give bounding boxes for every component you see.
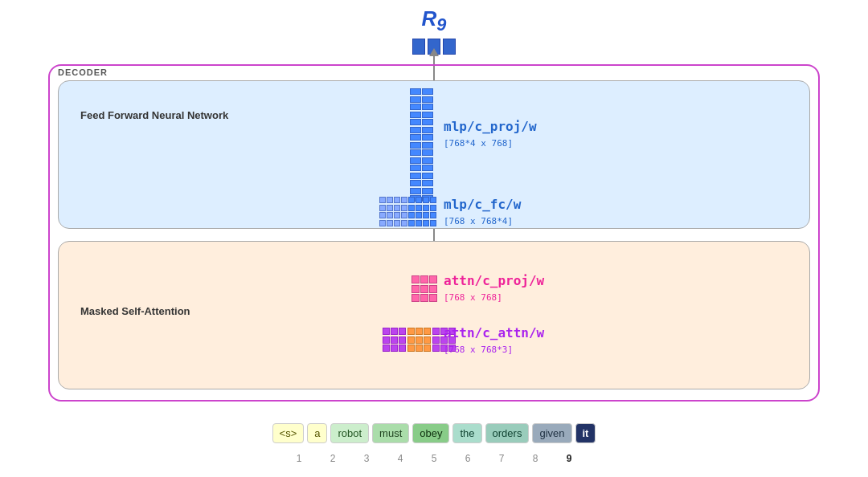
token-orders: orders	[485, 423, 530, 443]
token-the: the	[452, 423, 481, 443]
pos-3: 3	[351, 453, 382, 464]
position-row: 1 2 3 4 5 6 7 8 9	[0, 453, 868, 464]
token-a: a	[307, 423, 327, 443]
token-must: must	[372, 423, 409, 443]
main-container: R9 DECODER Feed Forward Neural Network M…	[0, 0, 868, 477]
mlp-cfc-matrix	[379, 197, 436, 226]
pos-6: 6	[452, 453, 483, 464]
mlp-cfc-label: mlp/c_fc/w [768 x 768*4]	[444, 197, 521, 227]
attn-cproj-label: attn/c_proj/w [768 x 768]	[444, 273, 544, 304]
token-s: <s>	[272, 423, 305, 443]
msa-label: Masked Self-Attention	[80, 305, 190, 317]
token-given: given	[532, 423, 571, 443]
pos-7: 7	[486, 453, 517, 464]
attn-cproj-matrix	[411, 275, 437, 302]
pos-2: 2	[317, 453, 348, 464]
pos-4: 4	[385, 453, 416, 464]
token-it: it	[575, 423, 596, 443]
mlp-cproj-label: mlp/c_proj/w [768*4 x 768]	[444, 119, 537, 149]
r9-label: R9	[422, 6, 447, 35]
attn-cattn-label: attn/c_attn/w [768 x 768*3]	[444, 325, 544, 356]
pos-9: 9	[554, 453, 584, 464]
token-obey: obey	[412, 423, 449, 443]
pos-8: 8	[520, 453, 551, 464]
ffnn-label: Feed Forward Neural Network	[80, 109, 228, 121]
r9-cell-3	[443, 39, 456, 55]
r9-cell-1	[412, 39, 425, 55]
pos-1: 1	[284, 453, 314, 464]
pos-5: 5	[419, 453, 449, 464]
token-row: <s> a robot must obey the orders given i…	[0, 423, 868, 443]
mlp-cproj-matrix	[410, 88, 436, 202]
token-robot: robot	[330, 423, 369, 443]
